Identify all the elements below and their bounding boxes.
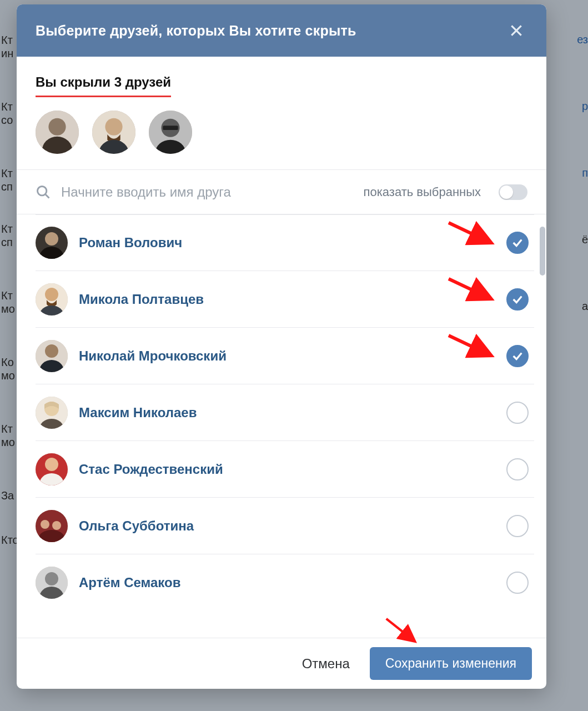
- friend-checkbox[interactable]: [506, 288, 529, 311]
- friend-row[interactable]: Роман Волович: [36, 214, 534, 271]
- friend-checkbox[interactable]: [506, 345, 529, 367]
- friend-row[interactable]: Микола Полтавцев: [36, 271, 534, 328]
- friend-row[interactable]: Максим Николаев: [36, 384, 534, 441]
- avatar: [36, 567, 68, 599]
- show-selected-toggle[interactable]: [499, 184, 527, 200]
- show-selected-label: показать выбранных: [364, 185, 481, 199]
- svg-point-1: [48, 118, 66, 136]
- close-icon: [509, 23, 524, 38]
- friend-name: Микола Полтавцев: [79, 292, 495, 307]
- friends-list: Роман Волович Микола Полтавцев: [17, 214, 546, 638]
- friend-checkbox[interactable]: [506, 458, 529, 480]
- svg-point-27: [41, 520, 49, 529]
- svg-point-12: [45, 232, 58, 246]
- svg-point-4: [105, 118, 122, 136]
- avatar[interactable]: [92, 111, 135, 154]
- background-text-left: Кт ин Кт со Кт сп Кт сп Кт мо Ко мо Кт м…: [0, 22, 17, 711]
- check-icon: [511, 237, 524, 249]
- hidden-count-label: Вы скрыли 3 друзей: [36, 74, 171, 97]
- svg-point-10: [38, 186, 47, 195]
- friend-name: Максим Николаев: [79, 405, 495, 420]
- avatar[interactable]: [36, 111, 79, 154]
- svg-point-28: [52, 521, 61, 530]
- friend-row[interactable]: Стас Рождественский: [36, 441, 534, 498]
- friend-name: Стас Рождественский: [79, 462, 495, 477]
- svg-point-24: [45, 458, 58, 471]
- search-input[interactable]: [61, 170, 354, 214]
- friend-checkbox[interactable]: [506, 515, 529, 537]
- check-icon: [511, 350, 524, 362]
- friend-name: Роман Волович: [79, 235, 495, 251]
- svg-rect-8: [163, 126, 178, 130]
- save-button[interactable]: Сохранить изменения: [370, 647, 532, 680]
- friend-checkbox[interactable]: [506, 402, 529, 424]
- svg-point-15: [45, 288, 58, 301]
- background-text-right: ез р п ё а: [575, 22, 588, 689]
- close-button[interactable]: [505, 19, 527, 42]
- search-icon: [36, 184, 51, 200]
- hide-friends-modal: Выберите друзей, которых Вы хотите скрыт…: [17, 4, 546, 689]
- scrollbar-thumb[interactable]: [540, 227, 545, 276]
- friend-row[interactable]: Ольга Субботина: [36, 498, 534, 554]
- avatar: [36, 453, 68, 485]
- friend-checkbox[interactable]: [506, 232, 529, 254]
- friend-row[interactable]: Николай Мрочковский: [36, 328, 534, 384]
- avatar[interactable]: [149, 111, 192, 154]
- modal-footer: Отмена Сохранить изменения: [17, 638, 546, 689]
- modal-header: Выберите друзей, которых Вы хотите скрыт…: [17, 4, 546, 57]
- search-bar: показать выбранных: [17, 170, 546, 214]
- svg-point-31: [45, 572, 58, 585]
- friend-row[interactable]: Артём Семаков: [36, 554, 534, 611]
- avatar: [36, 510, 68, 542]
- friend-name: Ольга Субботина: [79, 518, 495, 534]
- friend-name: Артём Семаков: [79, 575, 495, 590]
- hidden-friends-summary: Вы скрыли 3 друзей: [17, 57, 546, 170]
- avatar: [36, 397, 68, 429]
- hidden-avatars: [36, 111, 527, 154]
- cancel-button[interactable]: Отмена: [298, 650, 354, 677]
- svg-point-18: [45, 344, 58, 358]
- avatar: [36, 340, 68, 372]
- avatar: [36, 283, 68, 316]
- avatar: [36, 227, 68, 259]
- friend-checkbox[interactable]: [506, 572, 529, 594]
- modal-title: Выберите друзей, которых Вы хотите скрыт…: [36, 23, 356, 39]
- check-icon: [511, 293, 524, 306]
- friend-name: Николай Мрочковский: [79, 348, 495, 364]
